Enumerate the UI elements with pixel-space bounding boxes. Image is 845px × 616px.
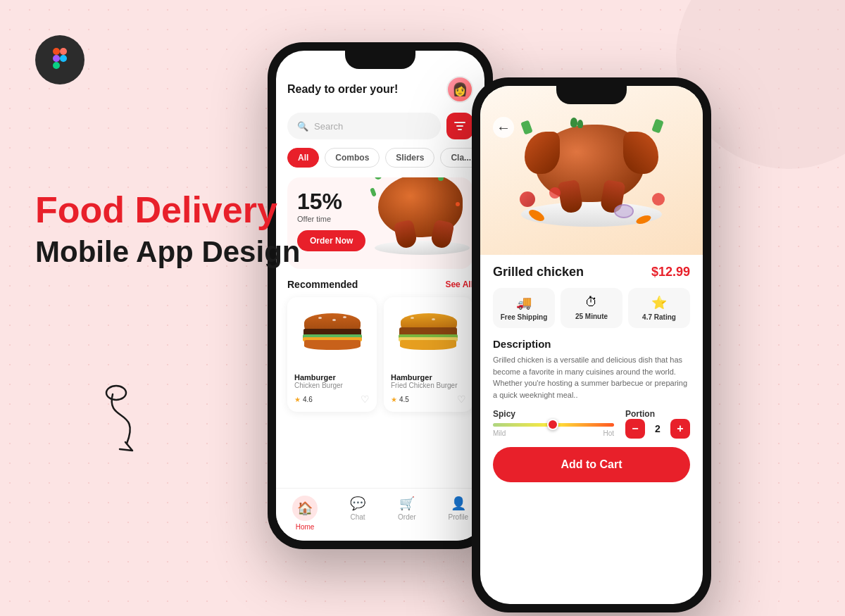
description-text: Grilled chicken is a versatile and delic… bbox=[493, 354, 690, 401]
discount-percent: 15% bbox=[297, 189, 389, 215]
tab-classic[interactable]: Cla... bbox=[440, 148, 473, 168]
shipping-label: Free Shipping bbox=[501, 313, 548, 321]
phone1-screen: Ready to order your! 👩 🔍 Search bbox=[276, 51, 484, 541]
detail-content: Grilled chicken $12.99 🚚 Free Shipping ⏱… bbox=[480, 255, 703, 604]
search-row: 🔍 Search bbox=[287, 113, 473, 139]
rating-value-2: 4.5 bbox=[399, 396, 409, 403]
time-label: 25 Minute bbox=[575, 313, 608, 320]
order-now-button[interactable]: Order Now bbox=[297, 230, 365, 251]
chat-icon: 💬 bbox=[350, 496, 365, 511]
rating-star-1: ★ bbox=[294, 396, 301, 403]
portion-label: Portion bbox=[625, 409, 690, 419]
arrow-illustration bbox=[99, 380, 211, 467]
spicy-label: Spicy bbox=[493, 409, 614, 419]
portion-section: Portion − 2 + bbox=[625, 409, 690, 439]
see-all-link[interactable]: See All bbox=[445, 279, 473, 289]
profile-icon: 👤 bbox=[451, 496, 466, 511]
mild-label: Mild bbox=[493, 429, 506, 437]
home-icon: 🏠 bbox=[297, 501, 313, 516]
nav-order[interactable]: 🛒 Order bbox=[398, 496, 416, 531]
food-card-2-name: Hamburger bbox=[391, 373, 466, 382]
recommended-header: Recommended See All bbox=[287, 279, 473, 290]
svg-point-5 bbox=[106, 386, 126, 400]
info-badges: 🚚 Free Shipping ⏱ 25 Minute ⭐ 4.7 Rating bbox=[493, 288, 690, 328]
phone1: Ready to order your! 👩 🔍 Search bbox=[268, 42, 493, 549]
phone2: ← bbox=[472, 77, 711, 612]
user-avatar[interactable]: 👩 bbox=[446, 76, 473, 103]
category-tabs: All Combos Sliders Cla... bbox=[287, 148, 473, 168]
nav-home[interactable]: 🏠 Home bbox=[292, 496, 318, 531]
svg-rect-6 bbox=[454, 122, 465, 123]
roasted-chicken-art bbox=[514, 107, 669, 234]
slider-thumb[interactable] bbox=[547, 419, 558, 430]
quantity-plus[interactable]: + bbox=[670, 419, 690, 439]
nav-chat[interactable]: 💬 Chat bbox=[350, 496, 365, 531]
spicy-slider[interactable] bbox=[493, 423, 614, 427]
svg-rect-8 bbox=[458, 129, 462, 130]
shipping-icon: 🚚 bbox=[516, 295, 532, 310]
badge-rating: ⭐ 4.7 Rating bbox=[628, 288, 690, 328]
chat-label: Chat bbox=[350, 513, 365, 521]
slider-labels: Mild Hot bbox=[493, 429, 614, 437]
phone1-frame: Ready to order your! 👩 🔍 Search bbox=[268, 42, 493, 549]
rating-star-2: ★ bbox=[391, 396, 397, 403]
offer-label: Offer time bbox=[297, 215, 389, 223]
profile-label: Profile bbox=[449, 513, 468, 521]
home-nav-bg: 🏠 bbox=[292, 496, 318, 521]
quantity-minus[interactable]: − bbox=[625, 419, 645, 439]
back-button[interactable]: ← bbox=[493, 117, 514, 138]
food-name: Grilled chicken bbox=[493, 265, 584, 279]
tab-sliders[interactable]: Sliders bbox=[385, 148, 434, 168]
tab-all[interactable]: All bbox=[287, 148, 319, 168]
svg-rect-1 bbox=[60, 48, 67, 55]
promo-banner: 15% Offer time Order Now bbox=[287, 177, 473, 269]
tab-combos[interactable]: Combos bbox=[325, 148, 380, 168]
food-card-2-image bbox=[391, 304, 466, 367]
badge-time: ⏱ 25 Minute bbox=[561, 288, 622, 328]
bottom-nav: 🏠 Home 💬 Chat 🛒 Order 👤 Profile bbox=[276, 488, 484, 541]
food-card-1-footer: ★ 4.6 ♡ bbox=[294, 394, 370, 405]
food-card-2-footer: ★ 4.5 ♡ bbox=[391, 394, 466, 405]
title-block: Food Delivery Mobile App Design bbox=[35, 190, 300, 270]
time-icon: ⏱ bbox=[585, 295, 598, 310]
food-price: $12.99 bbox=[651, 265, 690, 279]
food-title-row: Grilled chicken $12.99 bbox=[493, 265, 690, 279]
svg-point-4 bbox=[60, 55, 67, 62]
nav-profile[interactable]: 👤 Profile bbox=[449, 496, 468, 531]
search-icon: 🔍 bbox=[297, 121, 308, 132]
food-card-1-image bbox=[294, 304, 370, 367]
svg-rect-7 bbox=[456, 125, 463, 127]
star-icon: ⭐ bbox=[651, 295, 667, 310]
phone1-header: Ready to order your! 👩 bbox=[287, 76, 473, 103]
rating-label: 4.7 Rating bbox=[642, 313, 676, 321]
food-cards: Hamburger Chicken Burger ★ 4.6 ♡ bbox=[287, 297, 473, 412]
search-box[interactable]: 🔍 Search bbox=[287, 113, 441, 139]
phone1-content: Ready to order your! 👩 🔍 Search bbox=[276, 51, 484, 541]
svg-rect-2 bbox=[53, 55, 60, 62]
filter-button[interactable] bbox=[446, 113, 473, 139]
main-title: Food Delivery bbox=[35, 190, 300, 230]
figma-logo bbox=[35, 35, 84, 84]
order-icon: 🛒 bbox=[399, 496, 415, 511]
order-label: Order bbox=[398, 513, 416, 521]
portion-control: − 2 + bbox=[625, 419, 690, 439]
description-title: Description bbox=[493, 338, 690, 350]
phone2-notch bbox=[556, 86, 627, 104]
food-card-2[interactable]: Hamburger Fried Chicken Burger ★ 4.5 ♡ bbox=[384, 297, 473, 412]
svg-rect-0 bbox=[53, 48, 60, 55]
food-card-1-sub: Chicken Burger bbox=[294, 382, 370, 389]
phone2-screen: ← bbox=[480, 86, 703, 604]
badge-shipping: 🚚 Free Shipping bbox=[493, 288, 555, 328]
phone2-frame: ← bbox=[472, 77, 711, 612]
recommended-title: Recommended bbox=[287, 279, 358, 290]
food-card-2-sub: Fried Chicken Burger bbox=[391, 382, 466, 389]
food-hero-image: ← bbox=[480, 86, 703, 255]
phone1-notch bbox=[345, 51, 415, 69]
quantity-value: 2 bbox=[652, 423, 663, 434]
food-card-1[interactable]: Hamburger Chicken Burger ★ 4.6 ♡ bbox=[287, 297, 377, 412]
home-label: Home bbox=[296, 523, 315, 531]
add-to-cart-button[interactable]: Add to Cart bbox=[493, 447, 690, 482]
spicy-section: Spicy Mild Hot bbox=[493, 409, 614, 437]
favorite-icon-1[interactable]: ♡ bbox=[361, 394, 370, 405]
favorite-icon-2[interactable]: ♡ bbox=[457, 394, 466, 405]
